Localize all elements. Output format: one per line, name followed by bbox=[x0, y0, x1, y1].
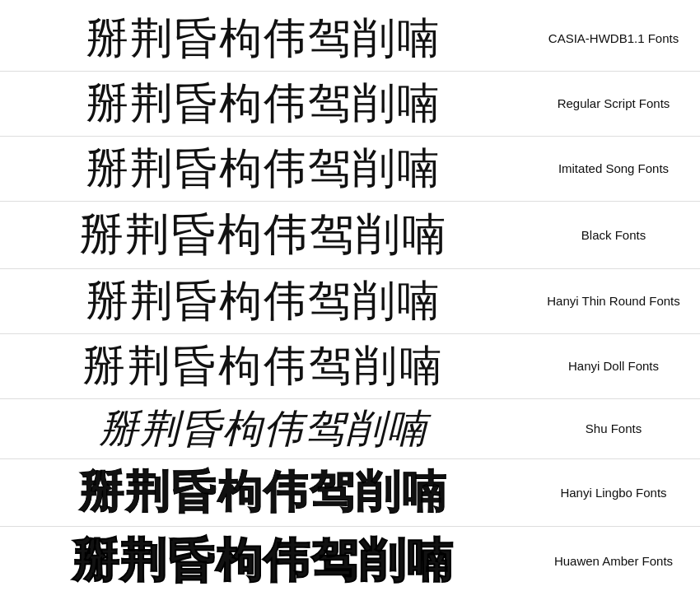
label-area-4: Hanyi Thin Round Fonts bbox=[527, 290, 700, 313]
chars-area-5: 掰荆昏枸伟驾削喃 bbox=[0, 334, 527, 398]
label-area-0: CASIA-HWDB1.1 Fonts bbox=[527, 27, 700, 50]
font-row-7: 掰荆昏枸伟驾削喃Hanyi Lingbo Fonts bbox=[0, 459, 700, 527]
chars-area-3: 掰荆昏枸伟驾削喃 bbox=[0, 202, 527, 268]
chars-text-8: 掰荆昏枸伟驾削喃 bbox=[72, 530, 455, 591]
font-row-2: 掰荆昏枸伟驾削喃Imitated Song Fonts bbox=[0, 137, 700, 202]
font-row-8: 掰荆昏枸伟驾削喃Huawen Amber Fonts bbox=[0, 527, 700, 591]
label-area-7: Hanyi Lingbo Fonts bbox=[527, 482, 700, 505]
label-area-2: Imitated Song Fonts bbox=[527, 157, 700, 180]
font-label-1: Regular Script Fonts bbox=[558, 95, 670, 112]
font-label-3: Black Fonts bbox=[581, 227, 646, 244]
label-area-5: Hanyi Doll Fonts bbox=[527, 355, 700, 378]
chars-area-4: 掰荆昏枸伟驾削喃 bbox=[0, 269, 527, 333]
label-area-8: Huawen Amber Fonts bbox=[527, 550, 700, 573]
font-label-5: Hanyi Doll Fonts bbox=[568, 358, 659, 375]
chars-text-6: 掰荆昏枸伟驾削喃 bbox=[99, 403, 428, 455]
chars-area-2: 掰荆昏枸伟驾削喃 bbox=[0, 137, 527, 201]
font-label-0: CASIA-HWDB1.1 Fonts bbox=[548, 30, 679, 47]
font-label-7: Hanyi Lingbo Fonts bbox=[560, 485, 666, 501]
chars-text-5: 掰荆昏枸伟驾削喃 bbox=[82, 337, 445, 395]
font-row-0: 掰荆昏枸伟驾削喃CASIA-HWDB1.1 Fonts bbox=[0, 7, 700, 72]
label-area-3: Black Fonts bbox=[527, 224, 700, 247]
chars-text-3: 掰荆昏枸伟驾削喃 bbox=[79, 205, 448, 265]
font-label-8: Huawen Amber Fonts bbox=[554, 553, 673, 570]
chars-area-1: 掰荆昏枸伟驾削喃 bbox=[0, 72, 527, 136]
font-row-6: 掰荆昏枸伟驾削喃Shu Fonts bbox=[0, 399, 700, 459]
font-row-4: 掰荆昏枸伟驾削喃Hanyi Thin Round Fonts bbox=[0, 269, 700, 334]
font-row-3: 掰荆昏枸伟驾削喃Black Fonts bbox=[0, 202, 700, 269]
font-label-2: Imitated Song Fonts bbox=[558, 161, 669, 177]
chars-area-8: 掰荆昏枸伟驾削喃 bbox=[0, 527, 527, 591]
chars-text-7: 掰荆昏枸伟驾削喃 bbox=[79, 463, 448, 523]
label-area-6: Shu Fonts bbox=[527, 417, 700, 440]
chars-area-0: 掰荆昏枸伟驾削喃 bbox=[0, 7, 527, 71]
font-showcase: 掰荆昏枸伟驾削喃CASIA-HWDB1.1 Fonts掰荆昏枸伟驾削喃Regul… bbox=[0, 0, 700, 591]
font-row-5: 掰荆昏枸伟驾削喃Hanyi Doll Fonts bbox=[0, 334, 700, 399]
chars-text-4: 掰荆昏枸伟驾削喃 bbox=[86, 272, 441, 330]
chars-text-1: 掰荆昏枸伟驾削喃 bbox=[86, 75, 441, 133]
chars-area-7: 掰荆昏枸伟驾削喃 bbox=[0, 459, 527, 526]
chars-text-0: 掰荆昏枸伟驾削喃 bbox=[86, 10, 441, 67]
font-row-1: 掰荆昏枸伟驾削喃Regular Script Fonts bbox=[0, 72, 700, 137]
font-label-6: Shu Fonts bbox=[586, 421, 642, 437]
label-area-1: Regular Script Fonts bbox=[527, 92, 700, 115]
chars-text-2: 掰荆昏枸伟驾削喃 bbox=[86, 140, 441, 198]
chars-area-6: 掰荆昏枸伟驾削喃 bbox=[0, 399, 527, 458]
font-label-4: Hanyi Thin Round Fonts bbox=[547, 293, 679, 309]
